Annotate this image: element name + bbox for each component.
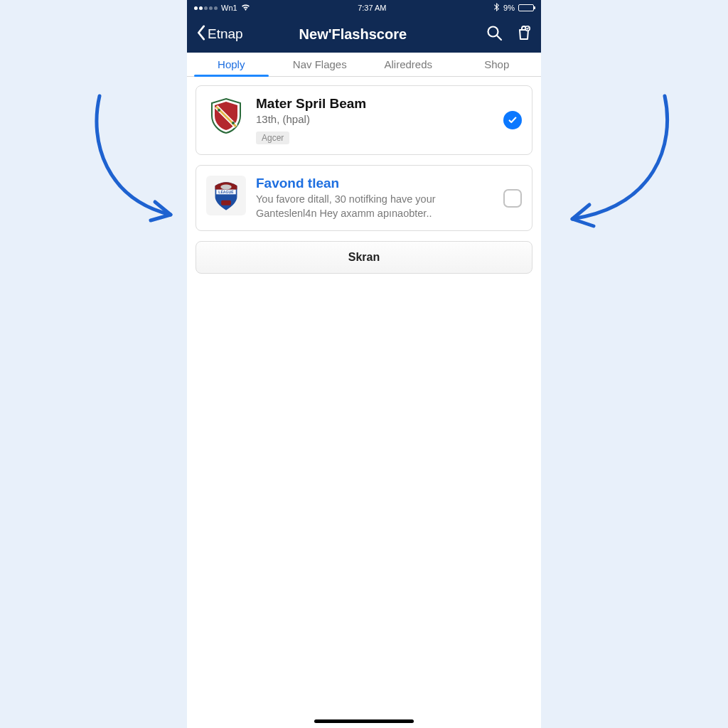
card-body: Favond tlean You favore ditall, 30 notif… — [256, 176, 493, 220]
svg-text:LEAGUE: LEAGUE — [218, 190, 234, 194]
selected-check[interactable] — [503, 111, 522, 129]
home-indicator[interactable] — [314, 719, 414, 723]
tab-aliredreds[interactable]: Aliredreds — [364, 53, 453, 76]
tab-nav-flages[interactable]: Nav Flages — [276, 53, 365, 76]
search-button[interactable] — [486, 24, 503, 44]
signal-strength-icon — [194, 6, 218, 10]
team-card[interactable]: LEAGUE Favond tlean You favore ditall, 3… — [196, 165, 532, 231]
svg-point-4 — [232, 122, 235, 124]
tab-bar: Hoply Nav Flages Aliredreds Shop — [187, 53, 541, 77]
tab-hoply[interactable]: Hoply — [187, 53, 276, 76]
button-label: Skran — [348, 251, 380, 264]
tab-shop[interactable]: Shop — [453, 53, 542, 76]
content-area: Mater Spril Beam 13th, (hpal) Agcer LEAG… — [187, 77, 541, 728]
svg-line-1 — [497, 36, 501, 40]
card-chip: Agcer — [256, 132, 289, 144]
tab-label: Hoply — [218, 58, 245, 70]
card-subtitle: 13th, (hpal) — [256, 113, 493, 125]
status-right: 9% — [494, 3, 534, 13]
nav-bar: Etnap New'Flashscore — [187, 16, 541, 53]
card-title: Mater Spril Beam — [256, 96, 493, 112]
status-time: 7:37 AM — [358, 4, 386, 12]
annotation-arrow-right — [551, 92, 679, 245]
chevron-left-icon — [196, 25, 207, 44]
status-bar: Wn1 7:37 AM 9% — [187, 0, 541, 16]
svg-point-5 — [220, 185, 231, 190]
carrier-label: Wn1 — [221, 4, 237, 12]
status-left: Wn1 — [194, 4, 250, 12]
team-logo — [206, 96, 246, 136]
page-title: New'Flashscore — [222, 26, 484, 43]
card-description: You favore ditall, 30 notifking have you… — [256, 193, 493, 220]
wifi-icon — [241, 4, 250, 12]
battery-percent: 9% — [503, 4, 515, 12]
card-title: Favond tlean — [256, 176, 493, 191]
annotation-arrow-left — [85, 92, 199, 237]
team-logo: LEAGUE — [206, 176, 246, 215]
svg-point-3 — [218, 109, 220, 112]
phone-frame: Wn1 7:37 AM 9% Etnap New'Flashscore — [187, 0, 541, 728]
battery-icon — [518, 4, 534, 11]
team-card[interactable]: Mater Spril Beam 13th, (hpal) Agcer — [196, 85, 532, 155]
skran-button[interactable]: Skran — [196, 241, 532, 274]
nav-actions — [486, 24, 532, 44]
tab-label: Nav Flages — [293, 58, 347, 70]
tab-label: Shop — [484, 58, 509, 70]
tab-label: Aliredreds — [384, 58, 432, 70]
bag-button[interactable] — [515, 24, 532, 44]
bluetooth-icon — [494, 3, 500, 13]
svg-rect-6 — [221, 200, 231, 205]
unselected-radio[interactable] — [503, 189, 522, 208]
card-body: Mater Spril Beam 13th, (hpal) Agcer — [256, 96, 493, 144]
